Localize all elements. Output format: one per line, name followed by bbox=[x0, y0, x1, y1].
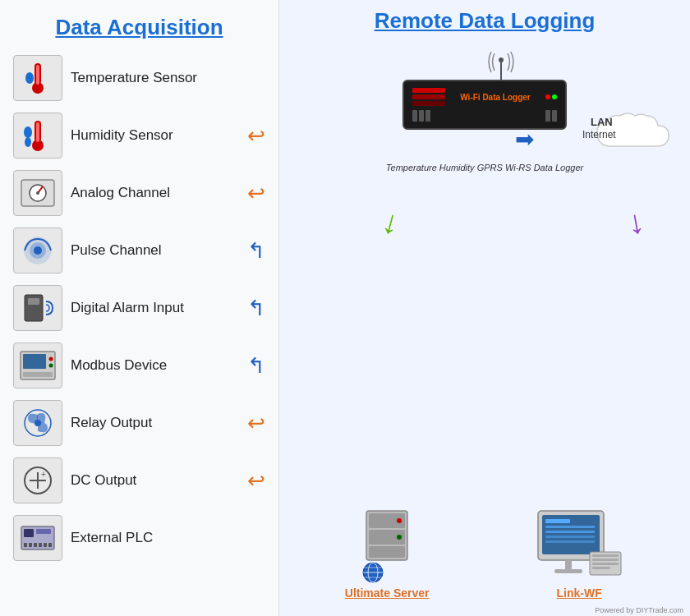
relay-output-label: Relay Output bbox=[71, 415, 244, 431]
arrow-relay: ↩ bbox=[247, 411, 265, 436]
svg-point-21 bbox=[49, 364, 53, 368]
svg-rect-56 bbox=[545, 536, 595, 538]
temperature-sensor-label: Temperature Sensor bbox=[71, 70, 265, 86]
svg-rect-34 bbox=[34, 543, 37, 547]
modbus-device-label: Modbus Device bbox=[71, 357, 244, 374]
list-item: Relay Output ↩ bbox=[8, 397, 270, 449]
footer: Powered by DIYTrade.com bbox=[595, 606, 683, 614]
svg-rect-33 bbox=[29, 543, 32, 547]
pulse-channel-label: Pulse Channel bbox=[71, 242, 244, 259]
humidity-sensor-label: Humidity Sensor bbox=[71, 127, 244, 144]
link-block: Link-WF bbox=[534, 507, 624, 600]
list-item: Temperature Sensor bbox=[8, 52, 270, 104]
svg-rect-57 bbox=[545, 540, 595, 543]
external-plc-label: External PLC bbox=[71, 530, 265, 546]
svg-rect-17 bbox=[28, 298, 39, 305]
sensor-list: Temperature Sensor Humidity Sensor ↩ bbox=[0, 52, 278, 564]
list-item: Digital Alarm Input ↰ bbox=[8, 282, 270, 334]
svg-rect-37 bbox=[48, 543, 52, 547]
svg-rect-64 bbox=[592, 567, 610, 569]
dc-output-icon: + bbox=[13, 457, 62, 503]
svg-point-20 bbox=[49, 357, 53, 361]
list-item: Modbus Device ↰ bbox=[8, 339, 270, 392]
svg-rect-63 bbox=[592, 563, 619, 565]
server-label: Ultimate Server bbox=[345, 586, 430, 600]
diagram-area: Wi-Fi Data Logger bbox=[292, 44, 677, 608]
svg-point-39 bbox=[499, 57, 504, 62]
arrow-dc: ↩ bbox=[247, 468, 265, 494]
server-block: Ultimate Server bbox=[345, 507, 430, 600]
dc-output-label: DC Output bbox=[71, 472, 244, 489]
svg-rect-19 bbox=[23, 354, 46, 369]
svg-point-45 bbox=[397, 535, 402, 540]
arrow-analog: ↩ bbox=[247, 181, 265, 206]
list-item: + DC Output ↩ bbox=[8, 454, 270, 507]
modbus-device-icon bbox=[13, 342, 62, 388]
link-label: Link-WF bbox=[557, 586, 602, 600]
temperature-sensor-icon bbox=[13, 55, 62, 101]
svg-rect-55 bbox=[545, 531, 595, 533]
svg-rect-58 bbox=[565, 560, 572, 570]
green-arrow-icon: ↓ bbox=[379, 202, 404, 242]
arrow-modbus: ↰ bbox=[247, 353, 265, 379]
svg-text:+: + bbox=[41, 470, 46, 479]
left-panel: Data Acquisition Temperature Sensor bbox=[0, 0, 279, 616]
svg-point-7 bbox=[24, 126, 32, 138]
digital-alarm-label: Digital Alarm Input bbox=[71, 300, 244, 316]
analog-channel-icon bbox=[13, 170, 62, 216]
cloud-internet-label: Internet bbox=[582, 129, 616, 140]
svg-rect-35 bbox=[39, 543, 42, 547]
purple-arrow-icon: ↓ bbox=[624, 203, 647, 242]
svg-rect-59 bbox=[554, 569, 582, 573]
svg-point-3 bbox=[25, 72, 34, 84]
list-item: External PLC bbox=[8, 512, 270, 564]
monitor-icon bbox=[534, 507, 624, 585]
server-icon bbox=[350, 507, 424, 585]
relay-output-icon bbox=[13, 400, 62, 446]
cloud-lan-label: LAN bbox=[591, 116, 613, 128]
analog-channel-label: Analog Channel bbox=[71, 185, 244, 201]
svg-rect-36 bbox=[44, 543, 47, 547]
arrow-digital: ↰ bbox=[247, 296, 265, 321]
svg-rect-31 bbox=[36, 529, 51, 534]
digital-alarm-icon bbox=[13, 285, 62, 331]
svg-point-44 bbox=[397, 518, 402, 523]
svg-rect-62 bbox=[592, 559, 619, 561]
right-arrow-icon: ➡ bbox=[515, 126, 534, 153]
main-container: Data Acquisition Temperature Sensor bbox=[0, 0, 690, 616]
svg-rect-61 bbox=[592, 554, 619, 557]
humidity-sensor-icon bbox=[13, 113, 62, 159]
list-item: Analog Channel ↩ bbox=[8, 167, 270, 219]
svg-point-12 bbox=[36, 191, 39, 195]
svg-rect-32 bbox=[24, 543, 27, 547]
svg-point-15 bbox=[34, 246, 42, 255]
svg-rect-54 bbox=[545, 526, 595, 528]
svg-rect-43 bbox=[369, 546, 405, 558]
external-plc-icon bbox=[13, 515, 62, 561]
right-title: Remote Data Logging bbox=[375, 8, 596, 34]
cloud-shape: LAN Internet bbox=[566, 101, 673, 166]
svg-rect-6 bbox=[36, 122, 39, 142]
arrow-humidity: ↩ bbox=[247, 123, 265, 149]
svg-rect-30 bbox=[24, 529, 34, 537]
right-panel: Remote Data Logging bbox=[279, 0, 690, 616]
list-item: Humidity Sensor ↩ bbox=[8, 109, 270, 162]
svg-rect-22 bbox=[23, 372, 53, 377]
antenna-icon bbox=[476, 44, 526, 85]
arrow-pulse: ↰ bbox=[247, 238, 265, 264]
svg-point-8 bbox=[25, 137, 31, 147]
pulse-channel-icon bbox=[13, 228, 62, 274]
list-item: Pulse Channel ↰ bbox=[8, 224, 270, 277]
svg-rect-53 bbox=[545, 519, 570, 523]
svg-rect-2 bbox=[36, 65, 39, 85]
bottom-row: Ultimate Server bbox=[292, 507, 677, 600]
left-title: Data Acquisition bbox=[0, 8, 278, 52]
